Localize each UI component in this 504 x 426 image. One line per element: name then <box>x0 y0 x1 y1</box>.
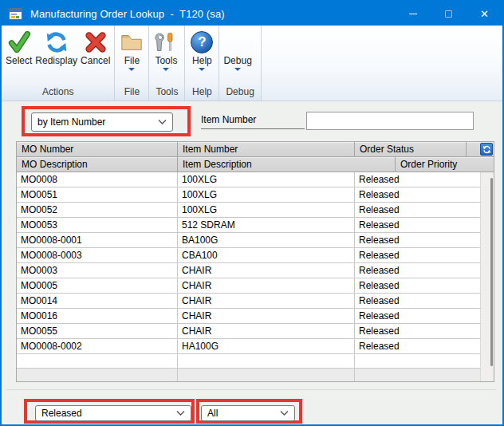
item-number-cell: CHAIR <box>178 278 355 293</box>
table-row[interactable]: MO0005 CHAIR Released <box>17 278 480 294</box>
redisplay-button[interactable]: Redisplay <box>33 28 79 73</box>
item-number-cell: 100XLG <box>178 172 355 187</box>
table-row[interactable]: MO0008-0001 BA100G Released <box>17 233 480 248</box>
group-label-help: Help <box>185 85 219 101</box>
manufacturing-order-lookup-window: Manufacturing Order Lookup - T120 (sa) ✕… <box>0 0 504 426</box>
mo-number-cell: MO0052 <box>17 203 178 217</box>
order-status-cell: Released <box>355 324 480 338</box>
tools-menu-button[interactable]: Tools <box>152 28 180 73</box>
titlebar: Manufacturing Order Lookup - T120 (sa) ✕ <box>2 2 502 26</box>
item-number-label: Item Number <box>201 114 305 129</box>
view-filter-value: by Item Number <box>37 116 105 128</box>
toolbar-group-tools: Tools Tools <box>149 26 185 101</box>
table-row[interactable]: MO0051 100XLG Released <box>17 187 480 203</box>
order-status-filter-value: Released <box>41 408 82 419</box>
mo-number-cell: MO0008-0001 <box>17 233 178 247</box>
dropdown-arrow-icon <box>234 66 241 73</box>
refresh-icon <box>44 29 69 55</box>
mo-number-cell: MO0053 <box>17 218 178 232</box>
toolbar-group-debug: Debug Debug <box>219 26 261 101</box>
item-number-cell: BA100G <box>178 233 355 247</box>
scrollbar-thumb[interactable] <box>490 178 493 366</box>
app-icon <box>9 8 22 20</box>
toolbar-ribbon: Select Redisplay <box>2 26 502 101</box>
close-icon: ✕ <box>480 9 489 19</box>
tools-icon <box>153 29 179 55</box>
column-header-mo-description[interactable]: MO Description <box>17 157 178 172</box>
help-icon: ? <box>189 29 215 55</box>
manufacturing-orders-grid: MO Number Item Number Order Status MO De… <box>16 141 494 382</box>
mo-number-cell: MO0005 <box>17 278 178 293</box>
cancel-x-icon <box>83 29 108 55</box>
debug-menu-button[interactable]: Debug <box>222 28 253 73</box>
table-row[interactable]: MO0014 CHAIR Released <box>17 294 480 309</box>
grid-header-row-2: MO Description Item Description Order Pr… <box>17 157 494 172</box>
mo-number-cell: MO0055 <box>17 324 178 338</box>
group-label-debug: Debug <box>219 85 260 101</box>
mo-number-cell: MO0051 <box>17 187 178 202</box>
maximize-button[interactable] <box>431 2 467 26</box>
item-number-cell: CBA100 <box>178 248 355 262</box>
toolbar-group-file: File File <box>115 26 149 101</box>
column-header-mo-number[interactable]: MO Number <box>17 142 178 157</box>
table-row[interactable]: MO0003 CHAIR Released <box>17 263 480 278</box>
table-row[interactable]: MO0055 CHAIR Released <box>17 324 480 339</box>
column-sort-button[interactable] <box>480 143 493 156</box>
item-number-cell: 100XLG <box>178 203 355 217</box>
maximize-icon <box>445 10 452 18</box>
order-status-cell: Released <box>355 187 480 202</box>
column-header-item-description[interactable]: Item Description <box>178 157 396 172</box>
file-menu-button[interactable]: File <box>117 28 146 73</box>
order-status-cell: Released <box>355 248 480 262</box>
mo-number-cell: MO0014 <box>17 294 178 308</box>
table-row[interactable]: MO0052 100XLG Released <box>17 203 480 218</box>
item-number-cell: CHAIR <box>178 294 355 308</box>
minimize-icon <box>409 14 417 14</box>
sort-arrows-icon <box>482 145 491 154</box>
dropdown-arrow-icon <box>128 66 135 73</box>
order-status-cell: Released <box>355 294 480 308</box>
table-row[interactable]: MO0053 512 SDRAM Released <box>17 218 480 233</box>
toolbar-group-actions: Select Redisplay <box>2 26 115 101</box>
vertical-scrollbar[interactable] <box>480 172 494 381</box>
select-button[interactable]: Select <box>4 28 33 73</box>
minimize-button[interactable] <box>395 2 431 26</box>
dropdown-arrow-icon <box>163 66 169 73</box>
dropdown-arrow-icon <box>199 66 205 73</box>
mo-number-cell: MO0016 <box>17 309 178 323</box>
item-number-cell: CHAIR <box>178 309 355 323</box>
order-status-cell: Released <box>355 203 480 217</box>
order-status-cell: Released <box>355 218 480 232</box>
grid-header-row-1: MO Number Item Number Order Status <box>17 142 494 157</box>
chevron-down-icon <box>176 411 185 416</box>
close-button[interactable]: ✕ <box>467 2 502 26</box>
help-menu-button[interactable]: ? Help <box>187 28 216 73</box>
table-row[interactable]: MO0016 CHAIR Released <box>17 309 480 324</box>
table-row[interactable]: MO0008-0002 HA100G Released <box>17 339 480 354</box>
order-status-cell: Released <box>355 309 480 323</box>
item-number-cell: HA100G <box>178 339 355 353</box>
order-priority-filter-dropdown[interactable]: All <box>201 405 295 421</box>
order-status-filter-dropdown[interactable]: Released <box>35 405 191 421</box>
item-number-cell: 100XLG <box>178 187 355 202</box>
mo-number-cell: MO0003 <box>17 263 178 278</box>
table-row[interactable]: MO0008-0003 CBA100 Released <box>17 248 480 263</box>
toolbar-group-help: ? Help Help <box>185 26 219 101</box>
group-label-file: File <box>115 85 148 101</box>
column-header-order-status[interactable]: Order Status <box>355 142 467 157</box>
column-header-item-number[interactable]: Item Number <box>178 142 355 157</box>
column-header-order-priority[interactable]: Order Priority <box>396 157 494 172</box>
order-status-cell: Released <box>355 233 480 247</box>
order-status-cell: Released <box>355 278 480 293</box>
empty-row <box>17 354 480 369</box>
blank-icon <box>225 29 250 55</box>
mo-number-cell: MO0008-0003 <box>17 248 178 262</box>
table-row[interactable]: MO0008 100XLG Released <box>17 172 480 187</box>
filler-row <box>17 369 480 381</box>
group-label-tools: Tools <box>149 85 184 101</box>
view-filter-dropdown[interactable]: by Item Number <box>31 112 173 132</box>
item-number-input[interactable] <box>306 112 474 130</box>
cancel-button[interactable]: Cancel <box>79 28 112 73</box>
window-title: Manufacturing Order Lookup - T120 (sa) <box>30 8 225 20</box>
order-status-cell: Released <box>355 172 480 187</box>
